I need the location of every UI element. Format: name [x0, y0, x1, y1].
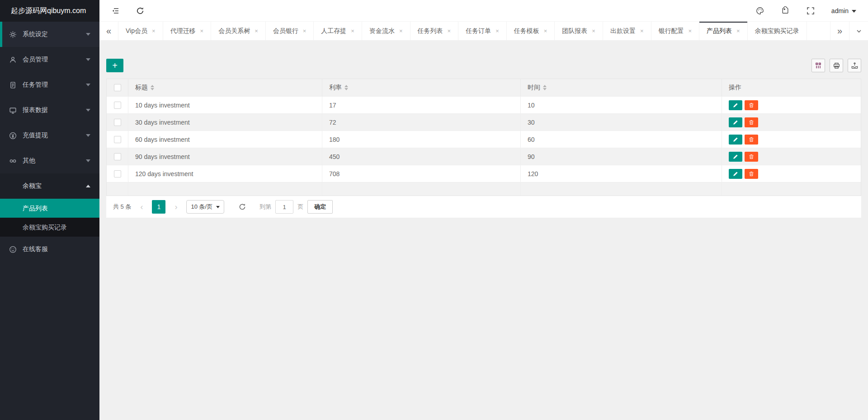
- tab[interactable]: 余额宝购买记录 ×: [748, 22, 807, 40]
- edit-button[interactable]: [729, 100, 742, 110]
- tab-close-icon[interactable]: ×: [152, 28, 156, 34]
- edit-button[interactable]: [729, 117, 742, 127]
- add-button[interactable]: +: [106, 59, 123, 72]
- fullscreen-icon[interactable]: [806, 6, 815, 15]
- tab[interactable]: 会员关系树 ×: [211, 22, 266, 40]
- edit-button[interactable]: [729, 169, 742, 179]
- sidebar-item-yuebao-purchase-records[interactable]: 余额宝购买记录: [0, 218, 99, 237]
- row-checkbox[interactable]: [114, 136, 121, 143]
- tab[interactable]: 产品列表 ×: [699, 22, 748, 40]
- user-icon: [9, 56, 17, 64]
- tab-close-icon[interactable]: ×: [351, 28, 354, 34]
- tab[interactable]: 出款设置 ×: [603, 22, 651, 40]
- tab-close-icon[interactable]: ×: [448, 28, 451, 34]
- refresh-icon[interactable]: [136, 6, 145, 15]
- trash-icon: [749, 154, 754, 159]
- theme-palette-icon[interactable]: [755, 6, 764, 15]
- column-header-title[interactable]: 标题: [128, 79, 322, 96]
- tab-label: 任务列表: [418, 27, 443, 35]
- pencil-icon: [733, 137, 738, 142]
- tab-label: 产品列表: [707, 27, 732, 35]
- edit-button[interactable]: [729, 152, 742, 162]
- delete-button[interactable]: [745, 100, 758, 110]
- page-size-select[interactable]: 10 条/页: [186, 200, 224, 214]
- cell-rate: 72: [322, 114, 521, 131]
- filter-columns-button[interactable]: [811, 59, 825, 72]
- tab-close-icon[interactable]: ×: [544, 28, 547, 34]
- sidebar-item-report-data[interactable]: 报表数据: [0, 98, 99, 123]
- next-page-button[interactable]: ›: [170, 201, 182, 213]
- delete-button[interactable]: [745, 135, 758, 145]
- sidebar-group-yuebao[interactable]: 余额宝: [0, 173, 99, 199]
- sidebar-item-online-service[interactable]: 在线客服: [0, 237, 99, 262]
- row-checkbox[interactable]: [114, 153, 121, 160]
- sidebar-item-task-management[interactable]: 任务管理: [0, 72, 99, 98]
- sidebar-item-other[interactable]: 其他: [0, 148, 99, 173]
- prev-page-button[interactable]: ‹: [135, 201, 148, 213]
- edit-button[interactable]: [729, 135, 742, 145]
- confirm-page-button[interactable]: 确定: [307, 200, 333, 214]
- row-checkbox[interactable]: [114, 119, 121, 126]
- tab-close-icon[interactable]: ×: [689, 28, 692, 34]
- tab[interactable]: 人工存提 ×: [314, 22, 362, 40]
- tab[interactable]: 资金流水 ×: [362, 22, 410, 40]
- sidebar-item-system-settings[interactable]: 系统设定: [0, 22, 99, 47]
- current-page[interactable]: 1: [152, 200, 165, 214]
- tabs-scroll-right-button[interactable]: »: [830, 22, 849, 40]
- sidebar-item-recharge-withdraw[interactable]: 充值提现: [0, 123, 99, 148]
- tab[interactable]: 任务列表 ×: [410, 22, 459, 40]
- tabs-scroll-left-button[interactable]: «: [99, 22, 118, 40]
- tab-label: 代理迁移: [170, 27, 196, 35]
- delete-button[interactable]: [745, 152, 758, 162]
- tab-label: 任务订单: [466, 27, 491, 35]
- tab[interactable]: 会员银行 ×: [266, 22, 314, 40]
- sort-icon[interactable]: [151, 85, 154, 90]
- select-all-checkbox[interactable]: [114, 84, 121, 91]
- tab-close-icon[interactable]: ×: [303, 28, 307, 34]
- row-checkbox[interactable]: [114, 170, 121, 177]
- tab[interactable]: 任务模板 ×: [507, 22, 555, 40]
- chevron-down-icon: [86, 58, 90, 61]
- sidebar-item-member-management[interactable]: 会员管理: [0, 47, 99, 72]
- tabs-menu-button[interactable]: [849, 22, 868, 40]
- column-header-rate[interactable]: 利率: [322, 79, 521, 96]
- sidebar-item-label: 报表数据: [23, 106, 86, 114]
- app-logo: 起步源码网qibuym.com: [0, 0, 99, 22]
- username: admin: [831, 7, 849, 14]
- tab-close-icon[interactable]: ×: [200, 28, 204, 34]
- tab-close-icon[interactable]: ×: [399, 28, 403, 34]
- tab-close-icon[interactable]: ×: [736, 28, 740, 34]
- delete-button[interactable]: [745, 169, 758, 179]
- sort-icon[interactable]: [543, 85, 547, 90]
- tab-close-icon[interactable]: ×: [255, 28, 258, 34]
- tab[interactable]: Vip会员 ×: [118, 22, 163, 40]
- columns-icon: [815, 62, 822, 70]
- trash-icon: [749, 171, 754, 177]
- export-button[interactable]: [848, 59, 861, 72]
- tab[interactable]: 代理迁移 ×: [163, 22, 212, 40]
- cell-title: 60 days investment: [128, 131, 322, 148]
- column-header-time[interactable]: 时间: [521, 79, 722, 96]
- pagination-bar: 共 5 条 ‹ 1 › 10 条/页 到第 页 确定: [106, 196, 861, 218]
- tab-close-icon[interactable]: ×: [495, 28, 499, 34]
- delete-button[interactable]: [745, 117, 758, 127]
- user-menu[interactable]: admin: [831, 7, 856, 14]
- page-unit-label: 页: [297, 203, 303, 211]
- tab-close-icon[interactable]: ×: [640, 28, 644, 34]
- main-content: + 标题: [99, 41, 868, 420]
- refresh-table-button[interactable]: [236, 200, 249, 214]
- sidebar-item-product-list[interactable]: 产品列表: [0, 199, 99, 218]
- pencil-icon: [733, 103, 738, 108]
- sort-icon[interactable]: [344, 85, 348, 90]
- tab[interactable]: 任务订单 ×: [458, 22, 507, 40]
- cell-title: 10 days investment: [128, 97, 322, 113]
- chevron-down-icon: [86, 33, 90, 36]
- tab[interactable]: 团队报表 ×: [555, 22, 603, 40]
- goto-page-input[interactable]: [275, 200, 293, 214]
- row-checkbox[interactable]: [114, 102, 121, 109]
- collapse-sidebar-icon[interactable]: [111, 6, 120, 15]
- tab[interactable]: 银行配置 ×: [651, 22, 700, 40]
- tab-close-icon[interactable]: ×: [592, 28, 595, 34]
- tag-icon[interactable]: [781, 6, 790, 15]
- print-button[interactable]: [830, 59, 843, 72]
